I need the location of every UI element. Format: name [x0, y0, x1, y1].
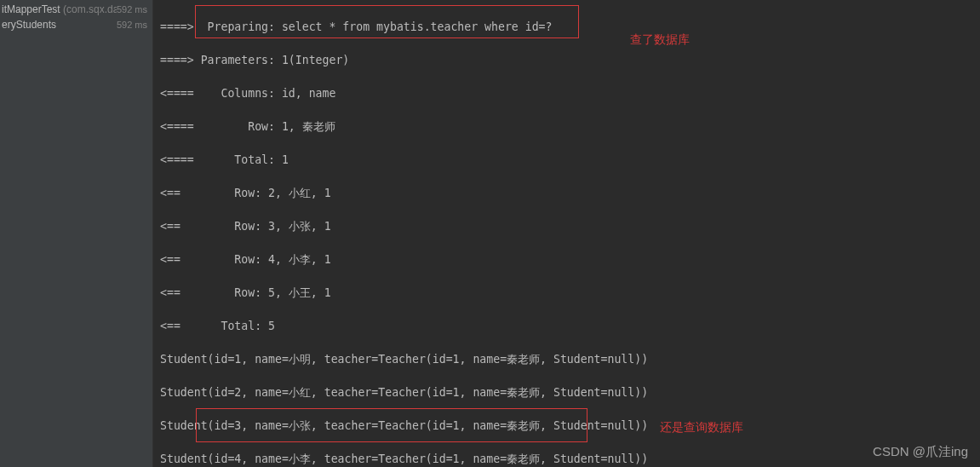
console-line: Student(id=3, name=小张, teacher=Teacher(i…	[160, 418, 973, 435]
test-item-label: itMapperTest (com.sqx.da	[2, 3, 117, 15]
test-sidebar: itMapperTest (com.sqx.da 592 ms eryStude…	[0, 0, 153, 467]
test-duration: 592 ms	[117, 20, 147, 30]
test-duration: 592 ms	[117, 4, 147, 14]
test-item-mapper[interactable]: itMapperTest (com.sqx.da 592 ms	[0, 2, 152, 17]
console-line: <==== Total: 1	[160, 152, 973, 169]
annotation-bottom: 还是查询数据库	[660, 419, 743, 436]
console-line: <== Row: 5, 小王, 1	[160, 285, 973, 302]
console-line: <== Total: 5	[160, 318, 973, 335]
console-line: <==== Columns: id, name	[160, 85, 973, 102]
annotation-top: 查了数据库	[630, 32, 690, 49]
console-line: ====> Parameters: 1(Integer)	[160, 52, 973, 69]
console-line: Student(id=1, name=小明, teacher=Teacher(i…	[160, 351, 973, 368]
console-line: <== Row: 3, 小张, 1	[160, 218, 973, 235]
console-line: <==== Row: 1, 秦老师	[160, 118, 973, 135]
console-line: <== Row: 2, 小红, 1	[160, 185, 973, 202]
console-line: ====> Preparing: select * from mybatis.t…	[160, 19, 973, 36]
test-item-students[interactable]: eryStudents 592 ms	[0, 17, 152, 32]
console-line: Student(id=2, name=小红, teacher=Teacher(i…	[160, 384, 973, 401]
console-line: <== Row: 4, 小李, 1	[160, 251, 973, 268]
console-line: Student(id=4, name=小李, teacher=Teacher(i…	[160, 451, 973, 468]
console-output[interactable]: ====> Preparing: select * from mybatis.t…	[153, 0, 980, 467]
test-item-label: eryStudents	[2, 19, 56, 31]
